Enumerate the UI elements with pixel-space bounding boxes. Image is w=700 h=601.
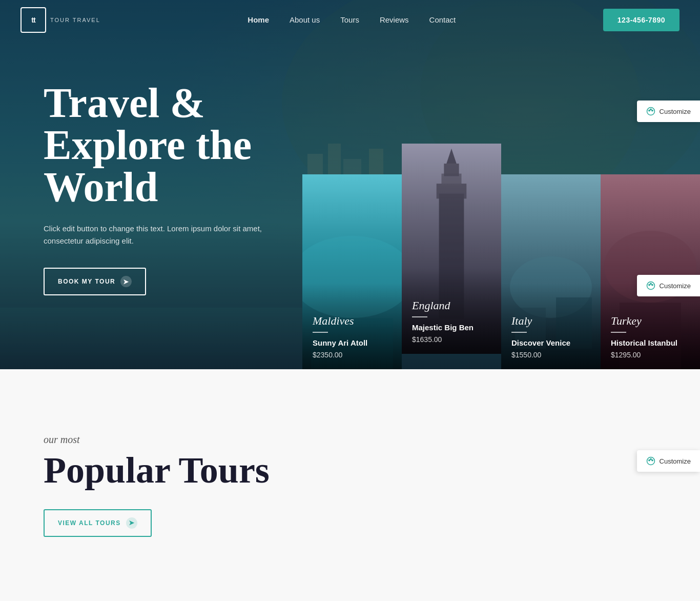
italy-card-info: Italy Discover Venice $1550.00 bbox=[501, 284, 601, 370]
palette-icon-1 bbox=[646, 107, 655, 116]
hero-title: Travel & Explore the World bbox=[44, 82, 264, 208]
view-all-tours-button[interactable]: VIEW ALL TOURS ➤ bbox=[44, 509, 152, 537]
svg-rect-15 bbox=[444, 164, 459, 176]
popular-title: Popular Tours bbox=[44, 452, 270, 489]
phone-button[interactable]: 123-456-7890 bbox=[603, 9, 680, 31]
maldives-name: Sunny Ari Atoll bbox=[313, 338, 392, 348]
svg-point-33 bbox=[648, 459, 649, 460]
hero-content: Travel & Explore the World Click edit bu… bbox=[0, 0, 307, 295]
italy-name: Discover Venice bbox=[511, 338, 590, 348]
palette-icon-3 bbox=[646, 456, 655, 466]
popular-tours-section: our most Popular Tours VIEW ALL TOURS ➤ bbox=[0, 369, 700, 601]
italy-price: $1550.00 bbox=[511, 351, 590, 359]
book-tour-button[interactable]: BOOK MY TOUR ➤ bbox=[44, 268, 146, 295]
navbar: tt tour travel Home About us Tours Revie… bbox=[0, 0, 700, 40]
svg-point-35 bbox=[651, 459, 652, 460]
maldives-card-info: Maldives Sunny Ari Atoll $2350.00 bbox=[302, 284, 402, 370]
svg-point-26 bbox=[650, 109, 651, 110]
maldives-country: Maldives bbox=[313, 314, 392, 328]
customize-label-1: Customize bbox=[660, 108, 691, 115]
popular-tag: our most bbox=[44, 434, 270, 446]
svg-point-29 bbox=[648, 284, 649, 285]
england-country: England bbox=[412, 299, 491, 312]
svg-point-31 bbox=[651, 284, 652, 285]
turkey-divider bbox=[611, 332, 626, 333]
maldives-price: $2350.00 bbox=[313, 351, 392, 359]
tour-card-maldives[interactable]: Maldives Sunny Ari Atoll $2350.00 bbox=[302, 174, 402, 369]
england-card-info: England Majestic Big Ben $1635.00 bbox=[402, 268, 501, 354]
nav-item-home[interactable]: Home bbox=[248, 15, 269, 25]
logo-text: tour travel bbox=[50, 16, 100, 24]
customize-button-1[interactable]: Customize bbox=[637, 101, 700, 122]
hero-section: Travel & Explore the World Click edit bu… bbox=[0, 0, 700, 369]
nav-item-tours[interactable]: Tours bbox=[340, 15, 359, 25]
palette-icon-2 bbox=[646, 281, 655, 290]
maldives-divider bbox=[313, 332, 328, 333]
arrow-right-icon-2: ➤ bbox=[126, 517, 137, 529]
svg-point-27 bbox=[651, 110, 652, 111]
hero-subtitle: Click edit button to change this text. L… bbox=[44, 223, 264, 247]
svg-point-30 bbox=[650, 283, 651, 284]
turkey-country: Turkey bbox=[611, 314, 690, 328]
turkey-name: Historical Istanbul bbox=[611, 338, 690, 348]
logo[interactable]: tt tour travel bbox=[20, 7, 100, 33]
italy-divider bbox=[511, 332, 527, 333]
arrow-right-icon: ➤ bbox=[120, 276, 132, 287]
nav-item-contact[interactable]: Contact bbox=[429, 15, 456, 25]
logo-icon: tt bbox=[20, 7, 46, 33]
customize-button-2[interactable]: Customize bbox=[637, 275, 700, 296]
nav-links: Home About us Tours Reviews Contact bbox=[248, 15, 456, 25]
popular-tours-left: our most Popular Tours VIEW ALL TOURS ➤ bbox=[44, 434, 270, 537]
nav-item-reviews[interactable]: Reviews bbox=[380, 15, 409, 25]
customize-button-3[interactable]: Customize bbox=[637, 450, 700, 472]
italy-country: Italy bbox=[511, 314, 590, 328]
nav-item-about[interactable]: About us bbox=[290, 15, 320, 25]
tour-cards-row: Maldives Sunny Ari Atoll $2350.00 bbox=[302, 174, 700, 369]
turkey-price: $1295.00 bbox=[611, 351, 690, 359]
tour-card-turkey[interactable]: Turkey Historical Istanbul $1295.00 bbox=[601, 174, 700, 369]
tour-card-england[interactable]: England Majestic Big Ben $1635.00 bbox=[402, 144, 501, 354]
england-divider bbox=[412, 316, 427, 317]
tour-card-italy[interactable]: Italy Discover Venice $1550.00 bbox=[501, 174, 601, 369]
england-price: $1635.00 bbox=[412, 335, 491, 344]
svg-point-34 bbox=[650, 458, 651, 459]
england-name: Majestic Big Ben bbox=[412, 323, 491, 333]
customize-label-2: Customize bbox=[660, 282, 691, 290]
customize-label-3: Customize bbox=[660, 457, 691, 465]
svg-point-25 bbox=[648, 110, 649, 111]
